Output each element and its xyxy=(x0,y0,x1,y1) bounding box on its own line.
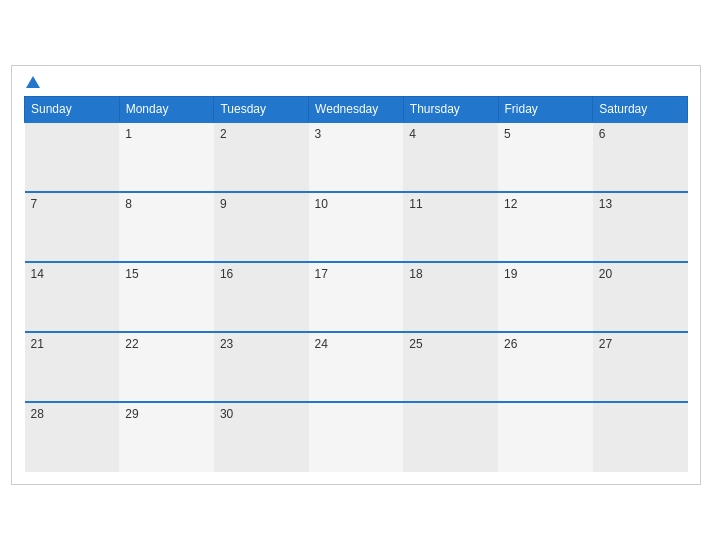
logo-area xyxy=(24,76,40,88)
calendar-cell: 9 xyxy=(214,192,309,262)
day-number: 11 xyxy=(409,197,422,211)
calendar-cell: 11 xyxy=(403,192,498,262)
calendar-cell: 5 xyxy=(498,122,593,192)
day-number: 6 xyxy=(599,127,606,141)
calendar-cell: 2 xyxy=(214,122,309,192)
calendar-container: SundayMondayTuesdayWednesdayThursdayFrid… xyxy=(11,65,701,485)
calendar-cell: 12 xyxy=(498,192,593,262)
day-number: 12 xyxy=(504,197,517,211)
calendar-cell: 13 xyxy=(593,192,688,262)
day-number: 14 xyxy=(31,267,44,281)
calendar-cell: 8 xyxy=(119,192,214,262)
calendar-cell xyxy=(498,402,593,472)
calendar-cell: 15 xyxy=(119,262,214,332)
calendar-cell: 21 xyxy=(25,332,120,402)
day-number: 1 xyxy=(125,127,132,141)
day-number: 23 xyxy=(220,337,233,351)
day-number: 9 xyxy=(220,197,227,211)
day-number: 2 xyxy=(220,127,227,141)
day-number: 16 xyxy=(220,267,233,281)
day-number: 22 xyxy=(125,337,138,351)
calendar-cell: 7 xyxy=(25,192,120,262)
day-number: 21 xyxy=(31,337,44,351)
day-number: 15 xyxy=(125,267,138,281)
day-number: 3 xyxy=(315,127,322,141)
calendar-cell: 25 xyxy=(403,332,498,402)
week-row-0: 123456 xyxy=(25,122,688,192)
week-row-4: 282930 xyxy=(25,402,688,472)
weekday-header-friday: Friday xyxy=(498,97,593,123)
day-number: 7 xyxy=(31,197,38,211)
calendar-cell: 19 xyxy=(498,262,593,332)
calendar-cell: 24 xyxy=(309,332,404,402)
calendar-cell: 10 xyxy=(309,192,404,262)
day-number: 13 xyxy=(599,197,612,211)
day-number: 28 xyxy=(31,407,44,421)
calendar-cell: 1 xyxy=(119,122,214,192)
calendar-cell: 29 xyxy=(119,402,214,472)
day-number: 24 xyxy=(315,337,328,351)
weekday-header-saturday: Saturday xyxy=(593,97,688,123)
calendar-cell: 17 xyxy=(309,262,404,332)
weekday-header-wednesday: Wednesday xyxy=(309,97,404,123)
calendar-grid: SundayMondayTuesdayWednesdayThursdayFrid… xyxy=(24,96,688,472)
calendar-cell xyxy=(593,402,688,472)
calendar-cell: 26 xyxy=(498,332,593,402)
calendar-cell: 3 xyxy=(309,122,404,192)
calendar-cell: 6 xyxy=(593,122,688,192)
day-number: 26 xyxy=(504,337,517,351)
week-row-2: 14151617181920 xyxy=(25,262,688,332)
day-number: 19 xyxy=(504,267,517,281)
weekday-header-tuesday: Tuesday xyxy=(214,97,309,123)
day-number: 25 xyxy=(409,337,422,351)
day-number: 10 xyxy=(315,197,328,211)
weekday-header-sunday: Sunday xyxy=(25,97,120,123)
weekday-header-row: SundayMondayTuesdayWednesdayThursdayFrid… xyxy=(25,97,688,123)
day-number: 17 xyxy=(315,267,328,281)
day-number: 29 xyxy=(125,407,138,421)
weekday-header-thursday: Thursday xyxy=(403,97,498,123)
calendar-tbody: 1234567891011121314151617181920212223242… xyxy=(25,122,688,472)
calendar-cell: 23 xyxy=(214,332,309,402)
day-number: 18 xyxy=(409,267,422,281)
calendar-cell: 16 xyxy=(214,262,309,332)
calendar-cell xyxy=(403,402,498,472)
weekday-header-monday: Monday xyxy=(119,97,214,123)
day-number: 27 xyxy=(599,337,612,351)
day-number: 20 xyxy=(599,267,612,281)
day-number: 8 xyxy=(125,197,132,211)
day-number: 4 xyxy=(409,127,416,141)
calendar-cell: 4 xyxy=(403,122,498,192)
calendar-cell: 27 xyxy=(593,332,688,402)
week-row-1: 78910111213 xyxy=(25,192,688,262)
calendar-cell: 14 xyxy=(25,262,120,332)
calendar-header xyxy=(24,76,688,88)
week-row-3: 21222324252627 xyxy=(25,332,688,402)
calendar-cell: 20 xyxy=(593,262,688,332)
calendar-cell xyxy=(309,402,404,472)
calendar-cell: 28 xyxy=(25,402,120,472)
calendar-cell xyxy=(25,122,120,192)
calendar-cell: 30 xyxy=(214,402,309,472)
calendar-cell: 22 xyxy=(119,332,214,402)
logo-triangle-icon xyxy=(26,76,40,88)
day-number: 5 xyxy=(504,127,511,141)
calendar-thead: SundayMondayTuesdayWednesdayThursdayFrid… xyxy=(25,97,688,123)
calendar-cell: 18 xyxy=(403,262,498,332)
day-number: 30 xyxy=(220,407,233,421)
